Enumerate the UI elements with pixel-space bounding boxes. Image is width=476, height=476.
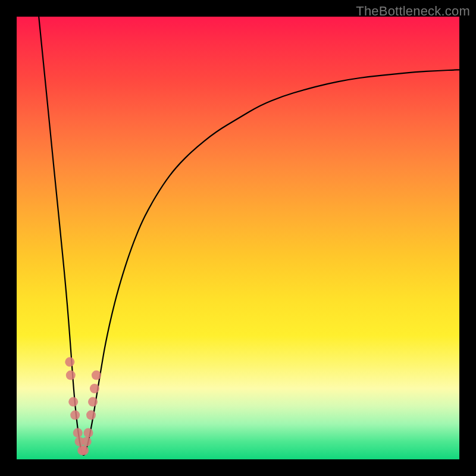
watermark-text: TheBottleneck.com bbox=[356, 4, 470, 19]
marker-point bbox=[68, 397, 78, 406]
marker-point bbox=[66, 371, 76, 380]
bottleneck-curve bbox=[39, 17, 459, 455]
marker-point bbox=[73, 428, 83, 437]
chart-frame: TheBottleneck.com bbox=[0, 0, 476, 476]
plot-area bbox=[17, 17, 459, 459]
marker-point bbox=[90, 384, 99, 393]
marker-point bbox=[82, 437, 92, 446]
marker-point bbox=[79, 446, 89, 455]
marker-point bbox=[92, 371, 101, 380]
marker-point bbox=[88, 397, 98, 406]
marker-point bbox=[65, 357, 74, 367]
marker-point bbox=[70, 411, 80, 420]
curve-svg bbox=[17, 17, 459, 459]
marker-point bbox=[86, 411, 96, 420]
marker-point bbox=[84, 428, 93, 437]
highlight-markers bbox=[65, 357, 101, 455]
